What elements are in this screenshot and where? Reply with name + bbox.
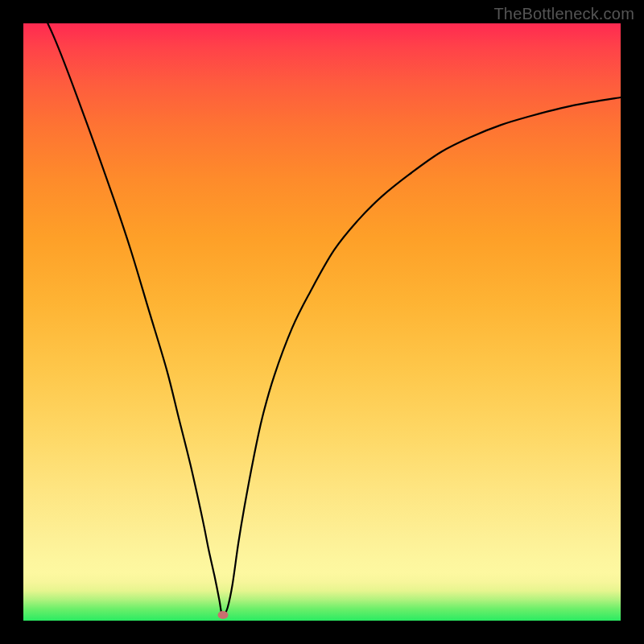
watermark-text: TheBottleneck.com — [493, 5, 634, 23]
plot-area — [23, 23, 621, 621]
optimal-point-marker — [217, 611, 228, 619]
chart-outer: TheBottleneck.com — [0, 0, 644, 644]
bottleneck-curve — [23, 23, 621, 621]
